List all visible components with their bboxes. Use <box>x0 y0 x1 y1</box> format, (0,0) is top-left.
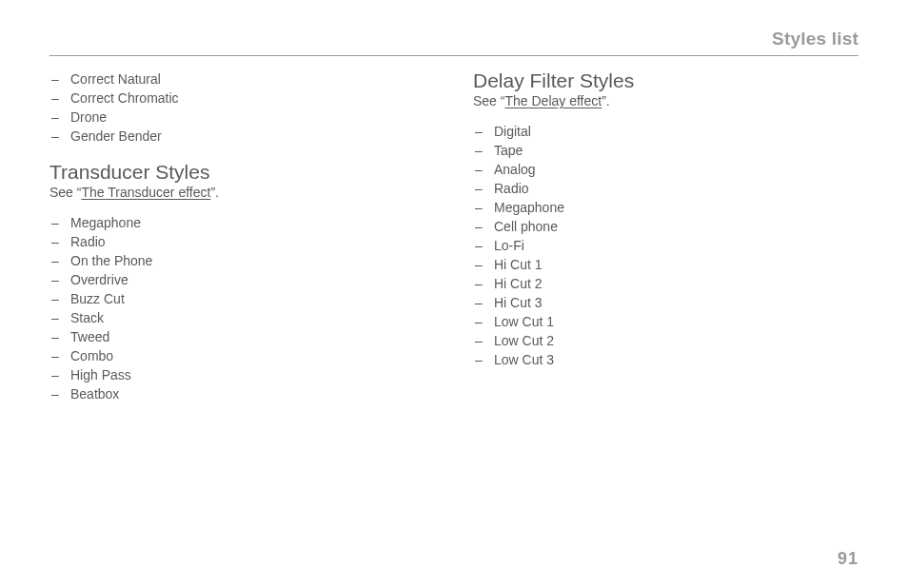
list-item: Low Cut 3 <box>473 350 859 369</box>
list-item: Digital <box>473 122 859 141</box>
list-item: Buzz Cut <box>49 289 435 308</box>
left-column: Correct Natural Correct Chromatic Drone … <box>49 69 435 403</box>
list-item: Tweed <box>49 327 435 346</box>
list-item: Low Cut 2 <box>473 331 859 350</box>
header-rule <box>49 55 859 56</box>
delay-see: See “The Delay effect”. <box>473 93 859 108</box>
list-item: Radio <box>49 232 435 251</box>
list-item: Correct Natural <box>49 69 435 88</box>
right-column: Delay Filter Styles See “The Delay effec… <box>473 69 859 403</box>
delay-heading: Delay Filter Styles <box>473 69 859 92</box>
list-item: On the Phone <box>49 251 435 270</box>
list-item: Analog <box>473 160 859 179</box>
list-item: Radio <box>473 179 859 198</box>
transducer-heading: Transducer Styles <box>49 161 435 184</box>
transducer-link[interactable]: The Transducer effect <box>81 185 210 200</box>
delay-list: Digital Tape Analog Radio Megaphone Cell… <box>473 122 859 369</box>
intro-list: Correct Natural Correct Chromatic Drone … <box>49 69 435 146</box>
list-item: Beatbox <box>49 384 435 403</box>
list-item: Gender Bender <box>49 127 435 146</box>
list-item: Combo <box>49 346 435 365</box>
list-item: Megaphone <box>49 213 435 232</box>
list-item: Cell phone <box>473 217 859 236</box>
list-item: Hi Cut 2 <box>473 274 859 293</box>
list-item: Hi Cut 3 <box>473 293 859 312</box>
delay-link[interactable]: The Delay effect <box>504 93 602 108</box>
see-suffix: ”. <box>210 185 219 200</box>
list-item: Overdrive <box>49 270 435 289</box>
list-item: Drone <box>49 108 435 127</box>
list-item: Megaphone <box>473 198 859 217</box>
list-item: Tape <box>473 141 859 160</box>
list-item: Hi Cut 1 <box>473 255 859 274</box>
list-item: Correct Chromatic <box>49 88 435 108</box>
list-item: High Pass <box>49 365 435 384</box>
see-suffix: ”. <box>602 93 610 108</box>
content-columns: Correct Natural Correct Chromatic Drone … <box>49 69 859 403</box>
page-number: 91 <box>838 549 859 569</box>
list-item: Lo-Fi <box>473 236 859 255</box>
see-prefix: See “ <box>473 93 504 108</box>
page-header-title: Styles list <box>49 29 859 53</box>
list-item: Stack <box>49 308 435 327</box>
transducer-see: See “The Transducer effect”. <box>49 185 435 200</box>
transducer-list: Megaphone Radio On the Phone Overdrive B… <box>49 213 435 403</box>
list-item: Low Cut 1 <box>473 312 859 331</box>
page-container: Styles list Correct Natural Correct Chro… <box>0 0 908 588</box>
see-prefix: See “ <box>49 185 81 200</box>
